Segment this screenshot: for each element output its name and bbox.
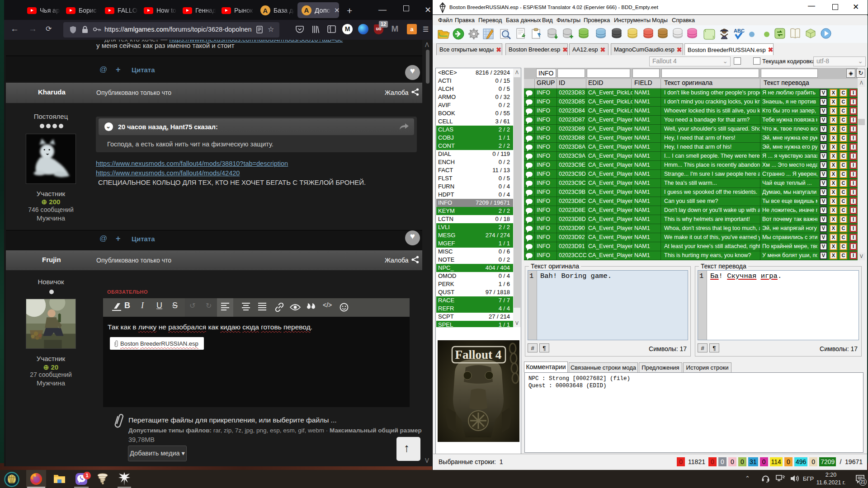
svg-text:ABC: ABC	[734, 28, 745, 33]
svg-text:Fallout 4: Fallout 4	[455, 348, 502, 361]
